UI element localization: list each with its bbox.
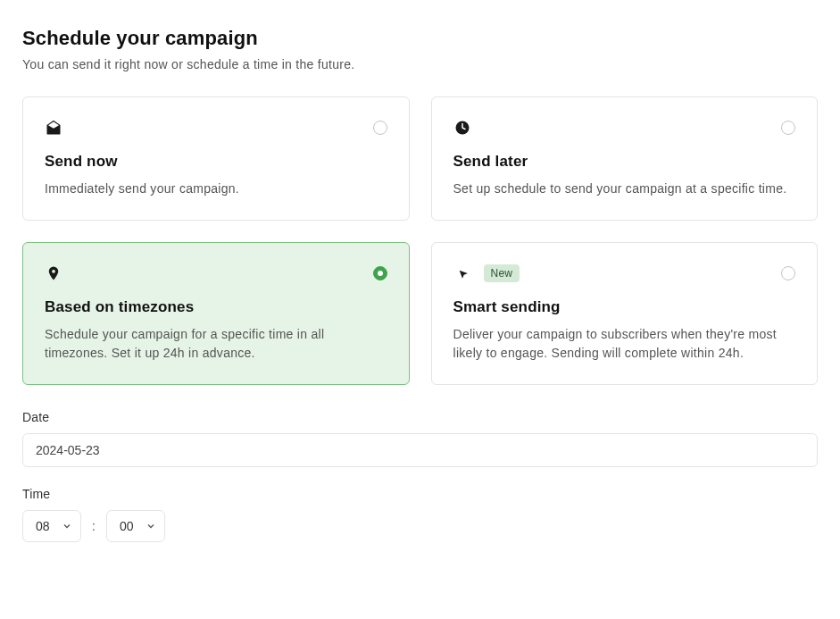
date-section: Date: [22, 410, 818, 467]
location-pin-icon: [45, 264, 62, 282]
clock-icon: [453, 119, 471, 137]
card-top-left: [453, 119, 471, 137]
radio-send-later[interactable]: [781, 121, 795, 135]
schedule-options-grid: Send now Immediately send your campaign.…: [22, 96, 818, 385]
date-label: Date: [22, 410, 818, 424]
time-separator: :: [92, 519, 96, 533]
option-send-now[interactable]: Send now Immediately send your campaign.: [22, 96, 410, 221]
time-section: Time 08 : 00: [22, 487, 818, 542]
date-input[interactable]: [22, 433, 818, 467]
page-title: Schedule your campaign: [22, 27, 818, 50]
card-top: New: [453, 264, 796, 282]
option-desc: Deliver your campaign to subscribers whe…: [453, 325, 796, 363]
option-title: Send now: [45, 153, 387, 171]
option-desc: Immediately send your campaign.: [45, 180, 387, 198]
radio-smart-sending[interactable]: [781, 266, 795, 280]
option-send-later[interactable]: Send later Set up schedule to send your …: [431, 96, 819, 221]
time-label: Time: [22, 487, 818, 501]
option-desc: Schedule your campaign for a specific ti…: [45, 325, 387, 363]
cursor-sparkle-icon: [453, 264, 471, 282]
hour-select[interactable]: 08: [22, 510, 81, 542]
option-smart-sending[interactable]: New Smart sending Deliver your campaign …: [431, 242, 819, 385]
new-badge: New: [484, 264, 520, 282]
option-desc: Set up schedule to send your campaign at…: [453, 180, 796, 198]
mail-open-icon: [45, 119, 62, 137]
card-top: [45, 264, 387, 282]
minute-select[interactable]: 00: [106, 510, 165, 542]
card-top-left: New: [453, 264, 520, 282]
card-top: [45, 119, 387, 137]
card-top-left: [45, 264, 62, 282]
option-timezones[interactable]: Based on timezones Schedule your campaig…: [22, 242, 410, 385]
option-title: Send later: [453, 153, 796, 171]
radio-timezones[interactable]: [373, 266, 387, 280]
time-row: 08 : 00: [22, 510, 818, 542]
card-top: [453, 119, 796, 137]
hour-select-wrap: 08: [22, 510, 81, 542]
card-top-left: [45, 119, 62, 137]
option-title: Smart sending: [453, 298, 796, 316]
option-title: Based on timezones: [45, 298, 387, 316]
radio-send-now[interactable]: [373, 121, 387, 135]
page-subtitle: You can send it right now or schedule a …: [22, 57, 818, 71]
minute-select-wrap: 00: [106, 510, 165, 542]
